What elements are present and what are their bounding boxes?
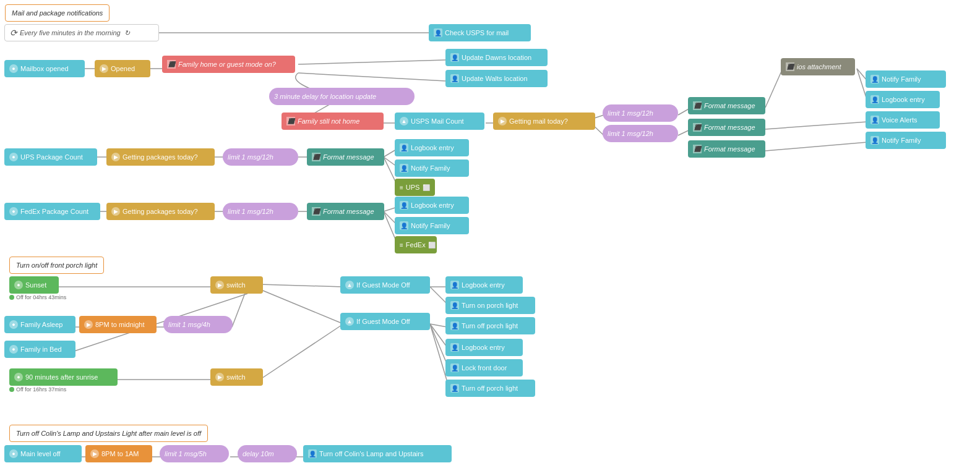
person-icon: 👤	[400, 143, 408, 152]
fedex-count-node[interactable]: ● FedEx Package Count	[4, 203, 100, 220]
person-icon: 👤	[870, 116, 879, 124]
check-usps-node[interactable]: 👤 Check USPS for mail	[429, 24, 531, 41]
delay-node[interactable]: 3 minute delay for location update	[269, 88, 415, 105]
arrow-icon: ▲	[345, 317, 354, 326]
update-dawns-node[interactable]: 👤 Update Dawns location	[445, 49, 548, 66]
update-walts-node[interactable]: 👤 Update Walts location	[445, 70, 548, 87]
lock-front-door[interactable]: 👤 Lock front door	[445, 359, 523, 376]
logbook-porch-2[interactable]: 👤 Logbook entry	[445, 339, 523, 356]
workflow-canvas: Mail and package notifications Turn on/o…	[0, 0, 980, 476]
arrow-icon: ▲	[345, 281, 354, 289]
format3-node[interactable]: ⬛ Format message	[688, 140, 765, 158]
limit1-node[interactable]: limit 1 msg/12h	[603, 104, 678, 122]
section-mail: Mail and package notifications	[5, 4, 110, 22]
limit-5h-node[interactable]: limit 1 msg/5h	[160, 445, 229, 462]
circle-icon: ●	[9, 320, 18, 329]
logbook-ups[interactable]: 👤 Logbook entry	[395, 139, 469, 156]
person-icon: 👤	[450, 281, 459, 289]
circle-icon: ●	[14, 281, 23, 289]
format-fedex[interactable]: ⬛ Format message	[307, 203, 384, 220]
sunrise-badge: Off for 16hrs 37mins	[9, 386, 66, 393]
sunset-node[interactable]: ● Sunset	[9, 276, 59, 294]
family-in-bed-node[interactable]: ● Family in Bed	[4, 341, 75, 358]
switch-1[interactable]: ▶ switch	[210, 276, 263, 294]
section-colin-label: Turn off Colin's Lamp and Upstairs Light…	[16, 430, 201, 437]
turn-off-porch-1[interactable]: 👤 Turn off porch light	[445, 317, 535, 334]
turn-off-porch-2[interactable]: 👤 Turn off porch light	[445, 380, 535, 397]
opened-node[interactable]: ▶ Opened	[95, 60, 150, 77]
arrow-icon: ▶	[100, 64, 108, 73]
svg-line-3	[298, 60, 445, 64]
notify-ups[interactable]: 👤 Notify Family	[395, 159, 469, 177]
arrow-icon: ▶	[111, 207, 120, 216]
person-icon: 👤	[450, 363, 459, 372]
logbook-1[interactable]: 👤 Logbook entry	[866, 91, 940, 108]
getting-packages-2[interactable]: ▶ Getting packages today?	[106, 203, 215, 220]
sunset-badge: Off for 04hrs 43mins	[9, 294, 66, 300]
arrow-icon: ▶	[215, 373, 224, 381]
turn-off-colin-node[interactable]: 👤 Turn off Colin's Lamp and Upstairs	[303, 445, 452, 462]
sunrise-node[interactable]: ● 90 minutes after sunrise	[9, 368, 118, 386]
ios-attachment-node[interactable]: ⬛ ios attachment	[781, 58, 855, 75]
sq-icon: ⬛	[693, 101, 702, 110]
delay-10m-node[interactable]: delay 10m	[238, 445, 297, 462]
person-icon: 👤	[450, 343, 459, 352]
notify-family-2[interactable]: 👤 Notify Family	[866, 132, 946, 149]
turn-on-porch[interactable]: 👤 Turn on porch light	[445, 297, 535, 314]
switch-2[interactable]: ▶ switch	[210, 368, 263, 386]
dot-icon	[9, 387, 14, 392]
notify-fedex[interactable]: 👤 Notify Family	[395, 217, 469, 234]
ups-count-node[interactable]: ● UPS Package Count	[4, 148, 97, 166]
8pm-1am-node[interactable]: ▶ 8PM to 1AM	[85, 445, 152, 462]
ups-node[interactable]: ≡ UPS ⬜	[395, 179, 435, 196]
format-ups[interactable]: ⬛ Format message	[307, 148, 384, 166]
svg-line-43	[260, 324, 343, 380]
8pm-midnight-node[interactable]: ▶ 8PM to midnight	[79, 316, 157, 333]
arrow-icon: ▶	[215, 281, 224, 289]
section-colin: Turn off Colin's Lamp and Upstairs Light…	[9, 425, 208, 442]
every-five-minutes-node[interactable]: ⟳ Every five minutes in the morning ↻	[4, 24, 159, 41]
if-guest-off-1[interactable]: ▲ If Guest Mode Off	[340, 276, 430, 294]
person-icon: 👤	[450, 301, 459, 310]
format2-node[interactable]: ⬛ Format message	[688, 119, 765, 136]
voice-alerts-1[interactable]: 👤 Voice Alerts	[866, 111, 940, 129]
notify-family-1[interactable]: 👤 Notify Family	[866, 70, 946, 88]
person-icon: 👤	[870, 95, 879, 104]
sq-icon: ⬛	[312, 153, 320, 161]
section-porch: Turn on/off front porch light	[9, 257, 104, 274]
if-guest-off-2[interactable]: ▲ If Guest Mode Off	[340, 313, 430, 330]
svg-line-12	[765, 69, 783, 108]
arrow-icon: ▶	[498, 117, 507, 125]
svg-line-31	[260, 289, 343, 324]
sq-icon: ⬛	[286, 117, 295, 125]
arrow-icon: ▶	[111, 153, 120, 161]
arrow-icon: ▲	[400, 117, 408, 125]
family-home-node[interactable]: ⬛ Family home or guest mode on?	[162, 56, 295, 73]
family-asleep-node[interactable]: ● Family Asleep	[4, 316, 75, 333]
limit2-node[interactable]: limit 1 msg/12h	[603, 125, 678, 142]
sq-icon: ⬛	[167, 60, 176, 69]
person-icon: 👤	[450, 53, 459, 62]
mailbox-opened-node[interactable]: ● Mailbox opened	[4, 60, 85, 77]
logbook-fedex[interactable]: 👤 Logbook entry	[395, 197, 469, 214]
person-icon: 👤	[308, 449, 317, 458]
arrow-icon: ▶	[84, 320, 93, 329]
limit-fedex[interactable]: limit 1 msg/12h	[223, 203, 298, 220]
logbook-porch-1[interactable]: 👤 Logbook entry	[445, 276, 523, 294]
limit-ups[interactable]: limit 1 msg/12h	[223, 148, 298, 166]
getting-packages-1[interactable]: ▶ Getting packages today?	[106, 148, 215, 166]
sq-icon: ⬛	[693, 123, 702, 132]
format1-node[interactable]: ⬛ Format message	[688, 97, 765, 114]
person-icon: 👤	[450, 384, 459, 393]
usps-count-node[interactable]: ▲ USPS Mail Count	[395, 113, 484, 130]
arrow-icon: ▶	[90, 449, 99, 458]
section-mail-label: Mail and package notifications	[12, 9, 103, 17]
limit-4h-node[interactable]: limit 1 msg/4h	[163, 316, 233, 333]
sq-icon: ⬛	[786, 62, 794, 71]
sq-icon: ⬛	[693, 145, 702, 153]
fedex-node[interactable]: ≡ FedEx ⬜	[395, 236, 437, 253]
family-not-home-node[interactable]: ⬛ Family still not home	[282, 113, 384, 130]
getting-mail-node[interactable]: ▶ Getting mail today?	[493, 113, 595, 130]
main-level-off-node[interactable]: ● Main level off	[4, 445, 82, 462]
person-icon: 👤	[450, 74, 459, 83]
